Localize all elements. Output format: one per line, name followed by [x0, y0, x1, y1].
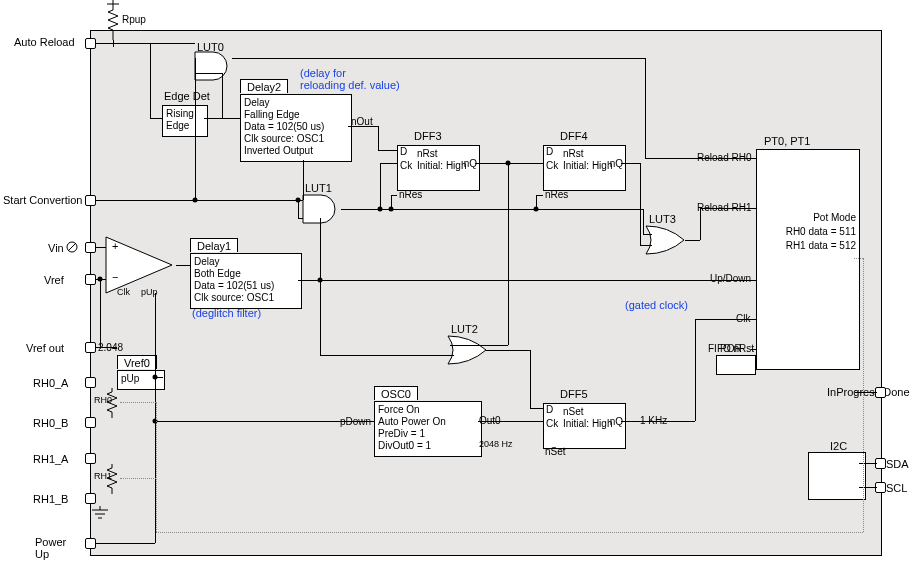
rpup-icon: [103, 0, 123, 40]
dff3-nq: nQ: [464, 158, 477, 170]
comp-plus: +: [112, 241, 118, 252]
dff3-title: DFF3: [414, 131, 442, 142]
lut2-label: LUT2: [451, 324, 478, 335]
delay2-l5: Inverted Output: [244, 145, 348, 157]
rh0b-label: RH0_B: [33, 418, 68, 429]
dff3-box: nRst Initial: High D Ck nQ: [397, 145, 480, 191]
delay1-box: Delay Both Edge Data = 102(51 us) Clk so…: [190, 253, 302, 309]
up-label: Up: [35, 549, 49, 560]
gated-note: (gated clock): [625, 300, 688, 311]
ground-icon: [90, 506, 110, 520]
dff5-nq: nQ: [610, 416, 623, 428]
rh1-label: RH1: [94, 472, 112, 481]
dff3-nres: nRes: [399, 190, 422, 200]
por-box: [716, 355, 756, 375]
vref0-title: Vref0: [117, 355, 157, 369]
delay-note1: (delay for: [300, 68, 346, 79]
delay2-l4: Clk source: OSC1: [244, 133, 348, 145]
dff5-box: nSet Initial: High D Ck nQ: [543, 403, 626, 449]
pt-box: Pot Mode RH0 data = 511 RH1 data = 512: [756, 149, 860, 370]
dff4-nres: nRes: [545, 190, 568, 200]
pt-title: PT0, PT1: [764, 136, 810, 147]
dff3-d: D: [400, 146, 407, 158]
osc0-title: OSC0: [374, 386, 418, 400]
dff4-ck: Ck: [546, 160, 558, 172]
dff3-ck: Ck: [400, 160, 412, 172]
vin-nc-icon: [66, 241, 78, 253]
delay-note2: reloading def. value): [300, 80, 400, 91]
dff5-nset: nSet: [545, 447, 566, 457]
pt-l2: RH0 data = 511: [786, 226, 856, 238]
rh1a-port: [85, 453, 96, 464]
lut1-label: LUT1: [305, 183, 332, 194]
delay1-title: Delay1: [190, 238, 238, 252]
vref-label: Vref: [44, 275, 64, 286]
delay2-title: Delay2: [240, 79, 288, 93]
dff5-ck: Ck: [546, 418, 558, 430]
i2c-label: I2C: [830, 441, 847, 452]
delay2-l1: Delay: [244, 97, 348, 109]
rh0a-port: [85, 377, 96, 388]
delay2-l3: Data = 102(50 us): [244, 121, 348, 133]
osc0-pdown: pDown: [340, 417, 371, 427]
por-label: POR: [720, 344, 742, 354]
power-label: Power: [35, 537, 66, 548]
dff5-title: DFF5: [560, 389, 588, 400]
osc0-l2: Auto Power On: [378, 416, 478, 428]
osc0-l1: Force On: [378, 404, 478, 416]
dff5-d: D: [546, 404, 553, 416]
rh1b-label: RH1_B: [33, 494, 68, 505]
pt-l1: Pot Mode: [813, 212, 856, 224]
dff4-nq: nQ: [610, 158, 623, 170]
lut3-label: LUT3: [649, 214, 676, 225]
edge-det-box: Rising Edge: [162, 105, 208, 137]
edge-det-title: Edge Det: [164, 91, 210, 102]
scl-label: SCL: [886, 483, 907, 494]
lut1-and-icon: [303, 195, 341, 223]
rpup-label: Rpup: [122, 15, 146, 25]
rh0a-label: RH0_A: [33, 378, 68, 389]
vin-label: Vin: [48, 243, 64, 254]
sda-label: SDA: [886, 459, 909, 470]
osc0-l3: PreDiv = 1: [378, 428, 478, 440]
delay1-l3: Data = 102(51 us): [194, 280, 298, 292]
lut0-and-icon: [195, 52, 233, 80]
lut3-or-icon: [646, 226, 686, 254]
auto-reload-label: Auto Reload: [14, 37, 75, 48]
rh0-label: RH0: [94, 396, 112, 405]
delay2-box: Delay Falling Edge Data = 102(50 us) Clk…: [240, 94, 352, 162]
osc0-box: Force On Auto Power On PreDiv = 1 DivOut…: [374, 401, 482, 457]
start-convertion-label: Start Convertion: [3, 195, 82, 206]
comp-minus: −: [112, 272, 118, 283]
rh1b-port: [85, 493, 96, 504]
rh0b-port: [85, 417, 96, 428]
delay2-l2: Falling Edge: [244, 109, 348, 121]
rh1a-label: RH1_A: [33, 454, 68, 465]
dff4-box: nRst Initial: High D Ck nQ: [543, 145, 626, 191]
vref0-box: pUp: [117, 370, 165, 390]
osc0-freq: 2048 Hz: [479, 440, 513, 449]
pt-l3: RH1 data = 512: [786, 240, 856, 252]
vref0-val: 2.048: [98, 343, 123, 353]
lut2-or-icon: [448, 336, 488, 364]
dff4-d: D: [546, 146, 553, 158]
osc0-l4: DivOut0 = 1: [378, 440, 478, 452]
dff4-title: DFF4: [560, 131, 588, 142]
pt-ud: Up/Down: [710, 274, 751, 284]
delay1-l1: Delay: [194, 256, 298, 268]
comp-clk: Clk: [117, 288, 130, 297]
deglitch-note: (deglitch filter): [192, 308, 261, 319]
delay1-l4: Clk source: OSC1: [194, 292, 298, 304]
i2c-box: [808, 452, 866, 500]
delay1-l2: Both Edge: [194, 268, 298, 280]
vrefout-label: Vref out: [26, 343, 64, 354]
